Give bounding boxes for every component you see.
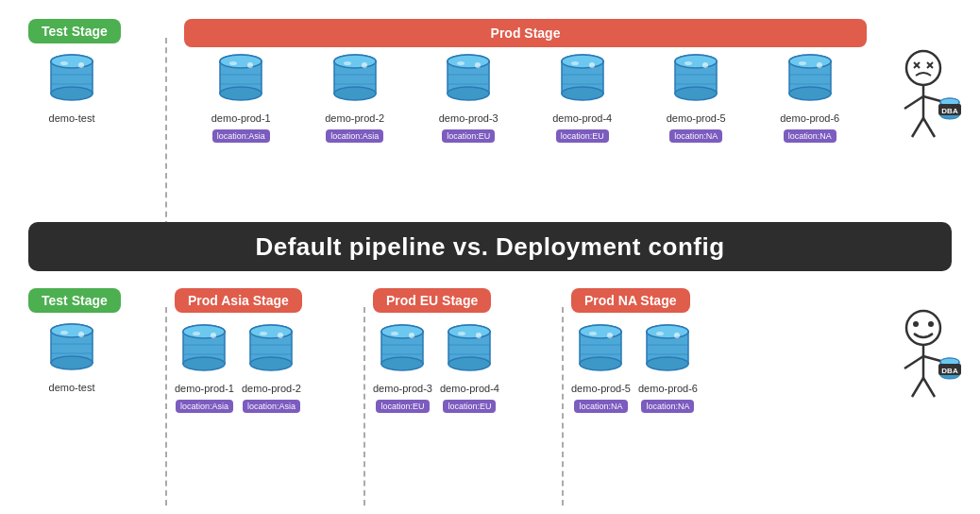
- dashed-line-1: [165, 38, 167, 227]
- top-section: Test Stage Prod Stage demo-test: [0, 19, 980, 227]
- svg-point-42: [675, 87, 717, 100]
- divider-bar: Default pipeline vs. Deployment config: [28, 222, 952, 271]
- svg-point-55: [817, 62, 822, 68]
- svg-point-111: [476, 333, 482, 338]
- svg-point-82: [183, 357, 225, 370]
- svg-line-132: [904, 356, 923, 368]
- svg-line-135: [923, 378, 935, 397]
- dashed-line-bottom-3: [562, 307, 564, 505]
- svg-point-10: [220, 87, 262, 100]
- svg-point-108: [458, 332, 465, 335]
- svg-point-56: [906, 51, 940, 85]
- svg-point-87: [211, 333, 216, 338]
- prod-na-section: Prod NA Stage demo-prod-5 location:NA: [571, 288, 698, 413]
- svg-point-127: [674, 333, 680, 338]
- db-prod-3-tag: location:EU: [442, 129, 495, 143]
- svg-point-124: [656, 332, 664, 335]
- dba-figure-bottom: DBA: [886, 307, 961, 411]
- db-prod-3-label: demo-prod-3: [439, 112, 498, 124]
- db-prod-6-top: demo-prod-6 location:NA: [780, 52, 839, 143]
- db-b3-tag: location:EU: [376, 400, 429, 413]
- db-prod-4-top: demo-prod-4 location:EU: [552, 52, 612, 143]
- db-icon-b2: [246, 322, 296, 377]
- demo-test-group-top: demo-test: [47, 52, 96, 124]
- db-icon-6: [786, 52, 835, 107]
- svg-point-20: [344, 61, 351, 65]
- db-b6-label: demo-prod-6: [638, 383, 698, 394]
- db-prod-4-label: demo-prod-4: [552, 112, 612, 124]
- db-b1-tag: location:Asia: [176, 400, 233, 413]
- svg-point-44: [684, 61, 692, 65]
- svg-point-50: [789, 87, 831, 100]
- svg-point-130: [928, 321, 934, 327]
- db-bottom-prod-3: demo-prod-3 location:EU: [373, 322, 432, 413]
- db-b2-tag: location:Asia: [243, 400, 300, 413]
- svg-point-27: [448, 55, 489, 68]
- db-prod-6-tag: location:NA: [784, 129, 836, 143]
- db-bottom-prod-4: demo-prod-4 location:EU: [440, 322, 499, 413]
- db-icon-1: [216, 52, 265, 107]
- svg-point-115: [580, 325, 621, 338]
- prod-na-label: Prod NA Stage: [571, 288, 690, 313]
- db-b3-label: demo-prod-3: [373, 383, 432, 394]
- db-prod-2-tag: location:Asia: [326, 129, 383, 143]
- db-prod-4-tag: location:EU: [556, 129, 609, 143]
- db-bottom-prod-2: demo-prod-2 location:Asia: [242, 322, 301, 413]
- svg-text:DBA: DBA: [941, 107, 958, 115]
- bottom-section: Test Stage demo-test Prod Asia Stage: [0, 288, 980, 505]
- db-icon-b6: [643, 322, 692, 377]
- db-prod-1-top: demo-prod-1 location:Asia: [211, 52, 271, 143]
- svg-point-23: [362, 62, 367, 68]
- svg-point-2: [51, 87, 93, 100]
- svg-point-107: [448, 325, 490, 338]
- demo-test-group-bottom: demo-test: [47, 321, 96, 393]
- prod-eu-label: Prod EU Stage: [373, 288, 491, 313]
- svg-point-114: [580, 357, 621, 370]
- db-prod-5-tag: location:NA: [669, 129, 722, 143]
- svg-point-116: [589, 332, 597, 335]
- db-icon-test-bottom: [47, 321, 96, 376]
- svg-point-91: [250, 325, 292, 338]
- db-b1-label: demo-prod-1: [175, 383, 234, 394]
- dashed-line-bottom-2: [363, 307, 365, 505]
- demo-test-label-bottom: demo-test: [49, 382, 95, 393]
- dashed-line-bottom-1: [165, 307, 167, 505]
- db-icon-2: [330, 52, 380, 107]
- svg-point-122: [647, 357, 688, 370]
- prod-dbs-top: demo-prod-1 location:Asia demo-prod-2 lo…: [184, 52, 867, 143]
- dba-svg-bottom: DBA: [886, 307, 961, 411]
- svg-point-52: [799, 61, 806, 65]
- db-b6-tag: location:NA: [641, 400, 694, 413]
- svg-point-74: [51, 356, 93, 369]
- svg-text:DBA: DBA: [941, 367, 958, 375]
- dba-svg-top: DBA: [886, 47, 961, 151]
- svg-point-35: [562, 55, 603, 68]
- db-icon-b4: [445, 322, 494, 377]
- dba-figure-top: DBA: [886, 47, 961, 151]
- top-test-stage-label: Test Stage: [28, 19, 121, 43]
- svg-point-95: [278, 333, 283, 338]
- svg-point-12: [229, 61, 237, 65]
- svg-point-98: [381, 357, 423, 370]
- svg-point-129: [913, 321, 919, 327]
- svg-point-15: [247, 62, 253, 68]
- svg-point-84: [193, 332, 200, 335]
- svg-point-26: [448, 87, 489, 100]
- svg-point-39: [589, 62, 595, 68]
- db-prod-6-label: demo-prod-6: [780, 112, 839, 124]
- db-prod-5-top: demo-prod-5 location:NA: [667, 52, 726, 143]
- svg-point-79: [78, 332, 84, 337]
- db-prod-1-label: demo-prod-1: [211, 112, 271, 124]
- svg-line-65: [923, 118, 935, 137]
- db-b5-label: demo-prod-5: [571, 383, 631, 394]
- svg-line-134: [912, 378, 923, 397]
- top-prod-stage-label: Prod Stage: [184, 19, 867, 47]
- svg-line-64: [912, 118, 923, 137]
- db-icon-5: [671, 52, 720, 107]
- main-container: Test Stage Prod Stage demo-test: [0, 0, 980, 514]
- db-icon-4: [558, 52, 607, 107]
- svg-point-106: [448, 357, 490, 370]
- svg-point-34: [562, 87, 603, 100]
- svg-point-76: [60, 331, 68, 334]
- db-prod-3-top: demo-prod-3 location:EU: [439, 52, 498, 143]
